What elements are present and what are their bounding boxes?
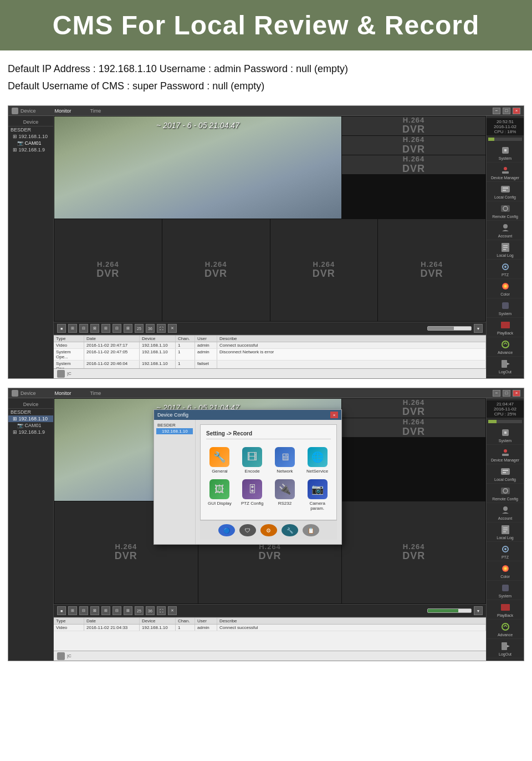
device-tab-label[interactable]: Device: [21, 108, 36, 114]
minimize-button-2[interactable]: −: [493, 390, 500, 397]
dialog-footer-btn-3[interactable]: ⚙: [260, 524, 277, 536]
stop-btn[interactable]: ■: [57, 324, 66, 333]
log-user-3: failset: [195, 361, 217, 368]
close-button[interactable]: ×: [513, 108, 520, 114]
monitor-tab-label[interactable]: Monitor: [55, 108, 71, 114]
advance-btn[interactable]: Advance: [487, 337, 524, 357]
log-col-desc-2: Describe: [217, 618, 486, 624]
capture-btn[interactable]: ✕: [168, 324, 177, 333]
network-icon: 🖥: [275, 447, 295, 467]
layout-4-btn-2[interactable]: ⊟: [79, 606, 88, 615]
dialog-item-general[interactable]: 🔧 General: [206, 447, 233, 474]
volume-slider[interactable]: [427, 326, 472, 331]
sidebar-item-ip2-2[interactable]: ⊞ 192.168.1.9: [8, 429, 53, 435]
layout-10-btn-2[interactable]: ⊠: [124, 606, 132, 615]
fullscreen-btn[interactable]: ⛶: [157, 324, 166, 333]
stop-btn-2[interactable]: ■: [57, 606, 66, 615]
dialog-footer-btn-2[interactable]: 🛡: [239, 524, 256, 536]
tree-item-ip[interactable]: 192.168.1.10: [156, 428, 193, 434]
local-log-btn[interactable]: Local Log: [487, 240, 524, 260]
fullscreen-btn-2[interactable]: ⛶: [157, 606, 166, 615]
layout-10-btn[interactable]: ⊠: [124, 324, 132, 333]
tree-item-besder[interactable]: BESDER: [156, 422, 193, 428]
color-btn[interactable]: Color: [487, 279, 524, 298]
sidebar-item-besder-2[interactable]: BESDER: [8, 409, 53, 415]
local-config-btn[interactable]: Local Config: [487, 182, 524, 201]
layout-8-btn[interactable]: ⊞: [101, 324, 110, 333]
dialog-close-button[interactable]: ×: [330, 412, 338, 418]
svg-rect-32: [503, 527, 508, 529]
volume-slider-2[interactable]: [427, 608, 472, 613]
layout-16-btn-2[interactable]: 25: [135, 606, 144, 615]
sidebar-item-cam01[interactable]: 📷 CAM01: [8, 140, 53, 146]
account-btn-2[interactable]: Account: [487, 503, 524, 522]
device-manager-btn-2[interactable]: Device Manager: [487, 445, 524, 464]
time-tab-2[interactable]: Time: [90, 390, 101, 396]
layout-6-btn-2[interactable]: ⊠: [90, 606, 99, 615]
dvr-logo-r3: H.264 DVR: [402, 155, 425, 174]
local-config-btn-2[interactable]: Local Config: [487, 464, 524, 484]
time-tab-label[interactable]: Time: [90, 108, 101, 114]
svg-rect-39: [501, 604, 510, 611]
sidebar-item-ip1-2[interactable]: ⊞ 192.168.1.10: [8, 415, 53, 422]
layout-16-btn[interactable]: 25: [135, 324, 144, 333]
dialog-footer-btn-5[interactable]: 📋: [303, 524, 319, 536]
ptz-label-2: PTZ: [502, 555, 509, 559]
playback-btn-2[interactable]: PlayBack: [487, 600, 524, 620]
dialog-footer-btn-1[interactable]: 🔵: [218, 524, 235, 536]
window2-titlebar: Device Monitor Time − □ ×: [8, 388, 524, 398]
monitor-tab-2[interactable]: Monitor: [55, 390, 71, 396]
dialog-inner-title: Setting -> Record: [206, 430, 331, 439]
system-bottom-btn-2[interactable]: System: [487, 581, 524, 600]
scroll-down-btn-2[interactable]: ▼: [474, 606, 483, 615]
ptz-btn[interactable]: PTZ: [487, 260, 524, 279]
layout-25-btn[interactable]: 36: [146, 324, 155, 333]
maximize-button[interactable]: □: [503, 108, 510, 114]
remote-config-btn[interactable]: Remote Config: [487, 201, 524, 221]
remote-config-btn-2[interactable]: Remote Config: [487, 484, 524, 503]
layout-25-btn-2[interactable]: 36: [146, 606, 155, 615]
device-tab-2[interactable]: Device: [21, 390, 36, 396]
dialog-item-rs232[interactable]: 🔌 RS232: [272, 479, 299, 511]
capture-btn-2[interactable]: ✕: [168, 606, 177, 615]
color-btn-2[interactable]: Color: [487, 561, 524, 581]
dialog-item-netservice[interactable]: 🌐 NetService: [304, 447, 331, 474]
system-btn[interactable]: System: [487, 143, 524, 163]
dvr-logo-2-b3: H.264DVR: [402, 543, 425, 562]
account-btn[interactable]: Account: [487, 221, 524, 240]
logout-btn-2[interactable]: LogOut: [487, 639, 524, 658]
dialog-footer-btn-4[interactable]: 🔧: [282, 524, 298, 536]
layout-8-btn-2[interactable]: ⊞: [101, 606, 110, 615]
advance-btn-2[interactable]: Advance: [487, 620, 524, 639]
sidebar-item-besder[interactable]: BESDER: [8, 126, 53, 133]
layout-4-btn[interactable]: ⊟: [79, 324, 88, 333]
log-col-device: Device: [140, 336, 176, 342]
device-manager-label-2: Device Manager: [491, 458, 519, 462]
layout-6-btn[interactable]: ⊠: [90, 324, 99, 333]
dialog-item-ptz[interactable]: 🎛 PTZ Config: [239, 479, 266, 511]
ptz-btn-2[interactable]: PTZ: [487, 542, 524, 561]
sidebar-item-ip2[interactable]: ⊞ 192.168.1.9: [8, 146, 53, 153]
logout-btn[interactable]: LogOut: [487, 357, 524, 376]
layout-1-btn[interactable]: ⊞: [68, 324, 77, 333]
device-manager-btn[interactable]: Device Manager: [487, 163, 524, 182]
close-button-2[interactable]: ×: [513, 390, 520, 397]
local-log-btn-2[interactable]: Local Log: [487, 522, 524, 542]
system-bottom-btn[interactable]: System: [487, 298, 524, 318]
window1-main: Device BESDER ⊞ 192.168.1.10 📷 CAM01 ⊞ 1…: [8, 116, 524, 378]
scroll-down-btn[interactable]: ▼: [474, 324, 483, 333]
svg-point-30: [503, 506, 508, 511]
layout-9-btn-2[interactable]: ⊟: [112, 606, 121, 615]
layout-1-btn-2[interactable]: ⊞: [68, 606, 77, 615]
minimize-button[interactable]: −: [493, 108, 500, 114]
dialog-item-encode[interactable]: 🎞 Encode: [239, 447, 266, 474]
system-btn-2[interactable]: System: [487, 425, 524, 445]
maximize-button-2[interactable]: □: [503, 390, 510, 397]
dialog-item-gui[interactable]: 🖼 GUI Display: [206, 479, 233, 511]
sidebar-item-cam01-2[interactable]: 📷 CAM01: [8, 422, 53, 429]
layout-9-btn[interactable]: ⊟: [112, 324, 121, 333]
dialog-item-network[interactable]: 🖥 Network: [272, 447, 299, 474]
playback-btn[interactable]: PlayBack: [487, 318, 524, 337]
dialog-item-camera[interactable]: 📷 Camera param.: [304, 479, 331, 511]
sidebar-item-ip1[interactable]: ⊞ 192.168.1.10: [8, 133, 53, 140]
